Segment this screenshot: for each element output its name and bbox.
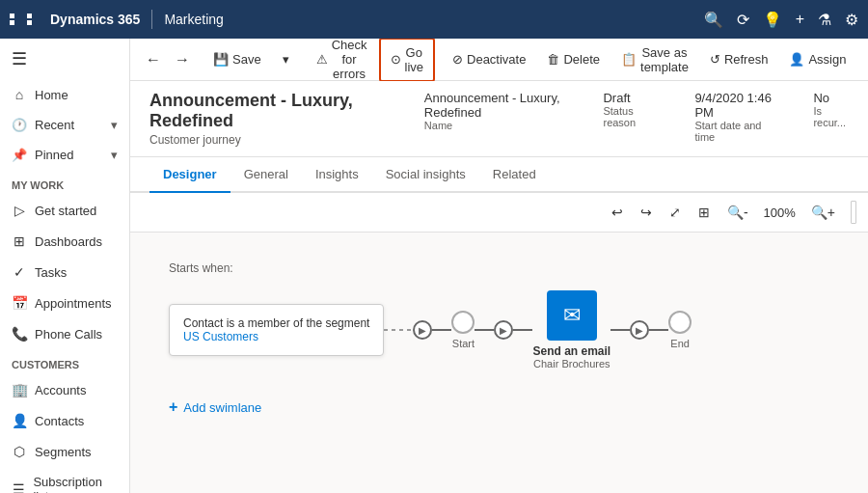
undo-button[interactable]: ↩ bbox=[606, 201, 629, 224]
tab-related[interactable]: Related bbox=[479, 157, 550, 193]
delete-icon: 🗑 bbox=[547, 52, 559, 67]
add-swimlane-label: Add swimlane bbox=[183, 400, 261, 415]
canvas-grid-button[interactable]: ⊞ bbox=[692, 201, 716, 224]
deactivate-button[interactable]: ⊘ Deactivate bbox=[443, 46, 535, 72]
recent-icon: 🕐 bbox=[12, 118, 27, 132]
record-subtitle: Customer journey bbox=[149, 133, 386, 147]
starts-when-label: Starts when: bbox=[169, 261, 829, 275]
resize-handle[interactable] bbox=[851, 201, 856, 224]
record-status-label: Status reason bbox=[603, 105, 656, 128]
settings-icon[interactable]: ⚙ bbox=[845, 11, 858, 29]
fit-button[interactable]: ⤢ bbox=[664, 201, 687, 224]
segments-icon: ⬡ bbox=[12, 444, 27, 459]
main-content: ← → 💾 Save ▾ ⚠ Check for errors ⊙ Go liv… bbox=[130, 39, 868, 493]
email-node-sublabel: Chair Brochures bbox=[533, 358, 610, 370]
canvas-area: ↩ ↪ ⤢ ⊞ 🔍- 100% 🔍+ Starts when: bbox=[130, 193, 868, 493]
assign-button[interactable]: 👤 Assign bbox=[779, 46, 855, 72]
save-as-template-button[interactable]: 📋 Save as template bbox=[611, 40, 698, 80]
sidebar-item-segments[interactable]: ⬡ Segments bbox=[0, 436, 129, 467]
tab-designer[interactable]: Designer bbox=[149, 157, 231, 193]
grid-menu-icon[interactable] bbox=[10, 14, 42, 25]
accounts-icon: 🏢 bbox=[12, 382, 27, 397]
tab-social-insights[interactable]: Social insights bbox=[372, 157, 479, 193]
sidebar-item-dashboards[interactable]: ⊞ Dashboards bbox=[0, 226, 129, 257]
appointments-icon: 📅 bbox=[12, 295, 27, 311]
commandbar: ← → 💾 Save ▾ ⚠ Check for errors ⊙ Go liv… bbox=[130, 39, 868, 81]
funnel-icon[interactable]: ⚗ bbox=[818, 11, 831, 29]
share-button[interactable]: ↗ Share bbox=[857, 46, 868, 72]
email-box[interactable]: ✉ bbox=[547, 290, 597, 341]
email-node[interactable]: ✉ Send an email Chair Brochures bbox=[532, 290, 610, 370]
start-label: Start bbox=[452, 338, 475, 349]
sidebar-item-recent[interactable]: 🕐 Recent ▾ bbox=[0, 110, 129, 140]
back-button[interactable]: ← bbox=[140, 47, 167, 72]
pin-icon: 📌 bbox=[12, 148, 27, 162]
get-started-icon: ▷ bbox=[12, 203, 27, 218]
record-date-field: 9/4/2020 1:46 PM Start date and time bbox=[694, 91, 774, 145]
check-errors-button[interactable]: ⚠ Check for errors bbox=[307, 39, 377, 87]
sidebar-item-appointments[interactable]: 📅 Appointments bbox=[0, 288, 129, 318]
redo-button[interactable]: ↪ bbox=[635, 201, 658, 224]
tasks-icon: ✓ bbox=[12, 264, 27, 280]
journey-flow: Contact is a member of the segment US Cu… bbox=[169, 290, 829, 370]
record-date-label: Start date and time bbox=[694, 120, 774, 143]
sidebar-item-accounts[interactable]: 🏢 Accounts bbox=[0, 374, 129, 405]
refresh-icon[interactable]: ⟳ bbox=[737, 11, 749, 29]
template-icon: 📋 bbox=[621, 52, 637, 67]
zoom-out-icon: 🔍 bbox=[727, 205, 744, 220]
tab-insights[interactable]: Insights bbox=[302, 157, 372, 193]
solid-line-3 bbox=[513, 329, 532, 331]
add-swimlane-plus-icon: + bbox=[169, 398, 177, 416]
tabs-bar: Designer General Insights Social insight… bbox=[130, 157, 868, 193]
module-name: Marketing bbox=[164, 12, 223, 27]
connector-to-start: ▶ bbox=[384, 320, 451, 340]
delete-button[interactable]: 🗑 Delete bbox=[537, 46, 610, 72]
pinned-chevron-icon: ▾ bbox=[111, 148, 118, 162]
sidebar-item-contacts[interactable]: 👤 Contacts bbox=[0, 405, 129, 436]
go-live-button[interactable]: ⊙ Go live bbox=[379, 39, 436, 82]
refresh-button[interactable]: ↺ Refresh bbox=[700, 46, 778, 72]
sidebar-item-phone-calls[interactable]: 📞 Phone Calls bbox=[0, 318, 129, 349]
arrow-circle-2: ▶ bbox=[494, 320, 513, 340]
hamburger-menu[interactable]: ☰ bbox=[0, 39, 129, 79]
sidebar: ☰ ⌂ Home 🕐 Recent ▾ 📌 Pinned ▾ My Work ▷… bbox=[0, 39, 130, 493]
arrow-circle-3: ▶ bbox=[630, 320, 649, 340]
plus-icon[interactable]: + bbox=[796, 11, 804, 28]
solid-line-4 bbox=[610, 329, 630, 331]
connector-to-end: ▶ bbox=[610, 320, 668, 340]
us-customers-link[interactable]: US Customers bbox=[183, 330, 258, 343]
zoom-out-button[interactable]: 🔍- bbox=[721, 201, 754, 224]
solid-line-2 bbox=[475, 329, 494, 331]
layout: ☰ ⌂ Home 🕐 Recent ▾ 📌 Pinned ▾ My Work ▷… bbox=[0, 39, 868, 493]
dashed-line-1 bbox=[384, 329, 413, 331]
start-node: Start bbox=[451, 311, 475, 349]
sidebar-item-subscription-lists[interactable]: ☰ Subscription lists bbox=[0, 467, 129, 493]
forward-button[interactable]: → bbox=[169, 47, 196, 72]
save-dropdown-button[interactable]: ▾ bbox=[273, 46, 299, 72]
record-recur-value: No bbox=[813, 91, 849, 105]
save-button[interactable]: 💾 Save bbox=[203, 46, 271, 72]
save-icon: 💾 bbox=[213, 52, 229, 67]
check-errors-icon: ⚠ bbox=[316, 52, 328, 67]
record-name-field: Announcement - Luxury, Redefined Name bbox=[424, 91, 565, 133]
recent-chevron-icon: ▾ bbox=[111, 118, 118, 132]
add-swimlane-button[interactable]: + Add swimlane bbox=[169, 398, 829, 416]
zoom-level: 100% bbox=[760, 205, 800, 220]
sidebar-item-pinned[interactable]: 📌 Pinned ▾ bbox=[0, 140, 129, 170]
customers-section: Customers bbox=[0, 349, 129, 374]
record-title-section: Announcement - Luxury, Redefined Custome… bbox=[149, 91, 386, 147]
lightbulb-icon[interactable]: 💡 bbox=[763, 11, 782, 29]
record-name-value: Announcement - Luxury, Redefined bbox=[424, 91, 565, 120]
my-work-section: My Work bbox=[0, 170, 129, 195]
sidebar-item-get-started[interactable]: ▷ Get started bbox=[0, 195, 129, 226]
dashboards-icon: ⊞ bbox=[12, 233, 27, 249]
home-icon: ⌂ bbox=[12, 87, 27, 102]
tab-general[interactable]: General bbox=[231, 157, 302, 193]
topbar-separator bbox=[151, 10, 152, 29]
sidebar-item-home[interactable]: ⌂ Home bbox=[0, 79, 129, 110]
end-circle bbox=[668, 311, 692, 334]
sidebar-item-tasks[interactable]: ✓ Tasks bbox=[0, 257, 129, 288]
search-icon[interactable]: 🔍 bbox=[704, 11, 723, 29]
record-header: Announcement - Luxury, Redefined Custome… bbox=[130, 81, 868, 157]
zoom-in-button[interactable]: 🔍+ bbox=[805, 201, 841, 224]
